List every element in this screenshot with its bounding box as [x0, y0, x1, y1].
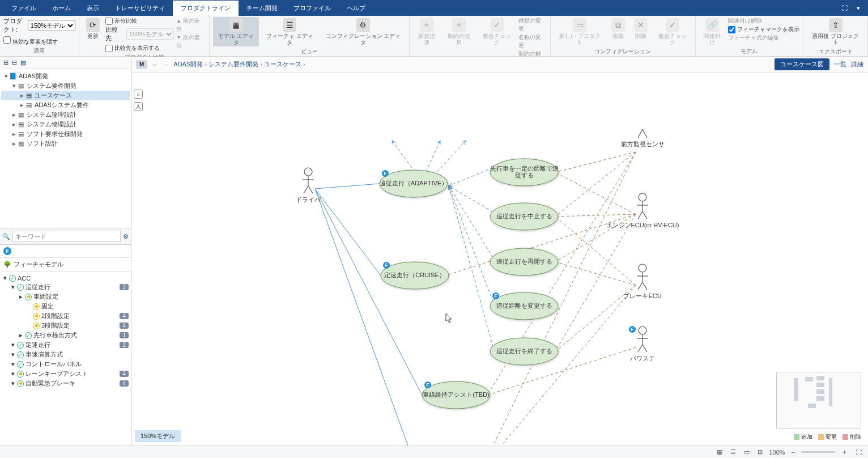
detail-view-link[interactable]: 詳細 — [851, 60, 863, 69]
feature-node[interactable]: 3段階設定4 — [1, 321, 130, 330]
usecase[interactable]: 追従走行を中止する — [490, 203, 558, 230]
usecase[interactable]: 追従走行を終了する — [490, 338, 558, 365]
list-view-link[interactable]: 一覧 — [834, 60, 846, 69]
actor[interactable]: エンジンECU(or HV-ECU) — [606, 193, 679, 228]
show-fmark-checkbox[interactable]: フィーチャマークを表示 — [728, 26, 799, 33]
menu-tab-1[interactable]: ホーム — [44, 1, 79, 16]
svg-text:F: F — [494, 293, 497, 299]
feature-editor-button[interactable]: ☰フィーチャ エディタ — [261, 17, 318, 46]
status-card-icon[interactable]: ▭ — [742, 448, 751, 456]
palette-usecase-icon[interactable]: 人 — [134, 102, 143, 111]
change-kind-button[interactable]: 種類の変更 — [518, 17, 547, 33]
delete-button[interactable]: ✕削除 — [631, 17, 651, 40]
usecase[interactable]: 車線維持アシスト(TBD)F — [422, 381, 490, 409]
diff-compare-checkbox[interactable]: 差分比較 — [105, 17, 174, 25]
feature-check-button[interactable]: ✓整合チェック — [478, 17, 516, 46]
tree-node[interactable]: ▸▤ソフト設計 — [1, 139, 130, 149]
filter-input[interactable] — [12, 231, 121, 242]
feature-node[interactable]: ▾✓車速演算方式 — [1, 350, 130, 359]
usecase-diagram-pill[interactable]: ユースケース図 — [775, 58, 829, 70]
feature-node[interactable]: ▾✓追従走行2 — [1, 282, 130, 292]
hide-invalid-checkbox[interactable]: 無効な要素を隠す — [3, 36, 58, 46]
feature-node[interactable]: 2段階設定4 — [1, 311, 130, 321]
feature-tree[interactable]: ▾✓ACC▾✓追従走行2▸車間設定固定2段階設定43段階設定4▸✓先行車検出方式… — [0, 272, 131, 446]
feature-node[interactable]: ▾✓定速走行2 — [1, 340, 130, 350]
new-product-button[interactable]: ▭新しい プロダクト — [554, 17, 606, 46]
tree-node[interactable]: ▾▤システム要件開発 — [1, 81, 130, 91]
actor[interactable]: 前方監視センサ — [621, 129, 665, 147]
prev-diff-button[interactable]: ▲ 前の差分 — [176, 17, 206, 33]
feature-node[interactable]: ▸車間設定 — [1, 292, 130, 302]
config-check-button[interactable]: ✓整合チェック — [653, 17, 692, 46]
link-button[interactable]: 🔗関連付け — [699, 17, 726, 46]
duplicate-button[interactable]: ⧉複製 — [608, 17, 628, 40]
add-new-button[interactable]: ＋新規追加 — [413, 17, 440, 46]
feature-node[interactable]: ▸✓先行車検出方式1 — [1, 330, 130, 340]
usecase[interactable]: 先行車を一定の距離で追従する — [490, 159, 559, 186]
tree-collapse-icon[interactable]: ⊟ — [12, 59, 17, 66]
menu-tab-7[interactable]: ヘルプ — [339, 1, 373, 16]
breadcrumb-item[interactable]: ユースケース — [264, 61, 301, 67]
breadcrumb-item[interactable]: システム要件開発 — [209, 61, 258, 67]
menu-tab-3[interactable]: トレーサビリティ — [107, 1, 173, 16]
status-grid-icon[interactable]: ▦ — [715, 448, 724, 456]
m-chip[interactable]: M — [136, 60, 147, 69]
menu-tab-4[interactable]: プロダクトライン — [173, 1, 239, 16]
status-list-icon[interactable]: ☰ — [729, 448, 738, 456]
window-help-icon[interactable]: ▾ — [852, 2, 865, 14]
nav-fwd-icon[interactable]: → — [163, 61, 169, 68]
breadcrumb-item[interactable]: ADAS開発 — [173, 61, 203, 67]
menu-tab-0[interactable]: ファイル — [3, 1, 44, 16]
zoom-in-icon[interactable]: ＋ — [840, 448, 849, 456]
filter-settings-icon[interactable]: ⚙ — [123, 233, 129, 240]
zoom-fit-icon[interactable]: ⛶ — [854, 449, 863, 456]
menu-tab-6[interactable]: プロファイル — [286, 1, 339, 16]
tree-filter-icon[interactable]: ▤ — [20, 59, 26, 66]
svg-line-45 — [643, 282, 647, 290]
tree-node[interactable]: ▸▤システム論理設計 — [1, 110, 130, 120]
compare-select[interactable]: 150%モデル — [126, 28, 174, 40]
zoom-slider[interactable] — [801, 451, 835, 453]
add-constraint-button[interactable]: ＋制約の追加 — [442, 17, 475, 46]
diagram-canvas[interactable]: ○ 人 ドライバ前方監視センサエンジンECU(or HV-ECU)ブレーキECU… — [131, 73, 868, 446]
menu-tab-5[interactable]: チーム開発 — [239, 1, 286, 16]
product-select[interactable]: 150%モデル — [28, 20, 75, 31]
ribbon-group-model: モデル — [699, 46, 800, 56]
feature-node[interactable]: ▾✓ACC — [1, 274, 130, 282]
next-diff-button[interactable]: ▼ 次の差分 — [176, 33, 206, 49]
tree-node[interactable]: ▸▤システム物理設計 — [1, 120, 130, 129]
show-compare-checkbox[interactable]: 比較先を表示する — [105, 44, 174, 52]
model-tree[interactable]: ▾📘ADAS開発▾▤システム要件開発▸▤ユースケース▸▤ADASシステム要件▸▤… — [0, 69, 131, 228]
tree-node[interactable]: ▾📘ADAS開発 — [1, 71, 130, 81]
status-tree-icon[interactable]: ⊞ — [756, 448, 764, 456]
palette-actor-icon[interactable]: ○ — [134, 90, 143, 99]
zoom-out-icon[interactable]: − — [790, 449, 797, 456]
tree-node[interactable]: ▸▤ADASシステム要件 — [1, 100, 130, 110]
actor[interactable]: ドライバ — [296, 168, 321, 203]
actor[interactable]: パワステF — [629, 326, 655, 362]
minimap[interactable] — [776, 372, 861, 429]
usecase[interactable]: 追従距離を変更するF — [490, 292, 558, 320]
usecase[interactable]: 追従走行を再開する — [490, 248, 558, 275]
usecase[interactable]: 定速走行（CRUISE）F — [381, 262, 449, 289]
unlink-button[interactable]: 関連付け解除 — [728, 17, 799, 25]
update-button[interactable]: ⟳更新 — [83, 17, 103, 40]
feature-node[interactable]: ▾レーンキープアシスト4 — [1, 369, 130, 379]
feature-node[interactable]: ▾自動緊急ブレーキ4 — [1, 379, 130, 388]
tree-node[interactable]: ▸▤ユースケース — [1, 91, 130, 100]
feature-node[interactable]: 固定 — [1, 302, 130, 311]
config-editor-button[interactable]: ⚙コンフィグレーション エディタ — [321, 17, 406, 46]
usecase[interactable]: 追従走行（ADAPTIVE）F — [380, 170, 448, 197]
tree-expand-icon[interactable]: ⊞ — [3, 59, 8, 66]
nav-back-icon[interactable]: ← — [152, 61, 158, 68]
feature-node[interactable]: ▾✓コントロールパネル — [1, 359, 130, 369]
model-editor-button[interactable]: ▦モデル エディタ — [213, 17, 259, 46]
export-button[interactable]: ⇪適用後 プロジェクト — [807, 17, 864, 46]
menu-tab-2[interactable]: 表示 — [79, 1, 107, 16]
window-restore-icon[interactable]: ⛶ — [837, 2, 852, 14]
tree-node[interactable]: ▸▤ソフト要求仕様開発 — [1, 129, 130, 139]
svg-line-8 — [449, 186, 493, 347]
actor[interactable]: ブレーキECU — [623, 264, 661, 299]
change-name-button[interactable]: 名称の変更 — [518, 33, 547, 49]
edit-fexpr-button[interactable]: フィーチャ式の編集 — [728, 34, 799, 42]
